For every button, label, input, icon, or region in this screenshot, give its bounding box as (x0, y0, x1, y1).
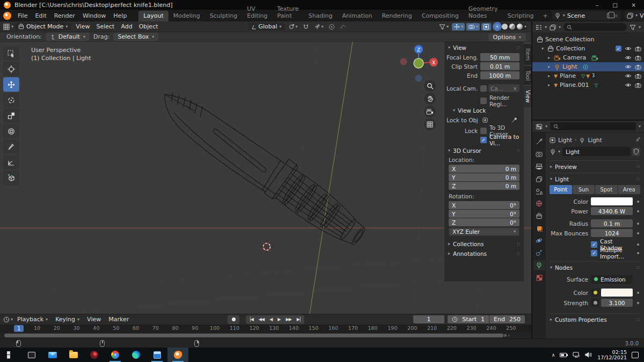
tab-output-icon[interactable] (533, 161, 545, 172)
drag-dropdown[interactable]: Select Box▾ (113, 33, 158, 41)
workspace-tab[interactable]: Rendering (377, 11, 417, 21)
transport-button[interactable]: ▶ (275, 317, 283, 322)
workspace-tab[interactable]: Modeling (169, 11, 205, 21)
annotate-tool[interactable] (3, 139, 19, 154)
value-field[interactable]: 1000 m (480, 71, 519, 79)
close-button[interactable]: × (632, 2, 636, 8)
local-camera-field[interactable]: Ca...× (488, 84, 519, 92)
render-visibility-icon[interactable] (635, 55, 641, 61)
shading-wireframe-icon[interactable] (494, 24, 500, 29)
shading-solid-icon[interactable] (502, 24, 508, 29)
snap-target-dropdown[interactable]: ▾ (312, 23, 325, 31)
collection-checkbox[interactable]: ✓ (616, 46, 621, 51)
breadcrumb-object[interactable]: Light (558, 137, 572, 143)
custom-properties-panel-title[interactable]: Custom Properties (555, 316, 607, 323)
chrome-icon[interactable] (105, 348, 126, 362)
cursor-tool[interactable] (3, 62, 19, 76)
properties-editor-icon[interactable] (536, 123, 543, 130)
properties-search-input[interactable] (550, 122, 636, 130)
light-type-button[interactable]: Area (618, 185, 641, 194)
tab-collection-icon[interactable] (533, 211, 545, 221)
transport-button[interactable]: ▶| (294, 317, 303, 322)
playback-menu[interactable]: Playback (14, 315, 51, 323)
battery-icon[interactable] (560, 352, 568, 358)
mail-app-icon[interactable] (42, 348, 63, 362)
outliner-filter-icon[interactable] (630, 24, 636, 31)
taskbar-clock[interactable]: 02:15 17/12/2021 (597, 350, 627, 360)
light-type-button[interactable]: Point (550, 185, 572, 194)
cursor-rotation-field[interactable]: X0° (449, 201, 519, 209)
tab-texture-icon[interactable] (533, 272, 545, 283)
multiple-importance-checkbox[interactable]: ✓ (591, 250, 597, 256)
timeline-editor-icon[interactable] (3, 316, 10, 323)
volume-icon[interactable] (585, 352, 592, 358)
hide-eye-icon[interactable] (625, 64, 632, 69)
camera-view-button[interactable] (424, 106, 436, 117)
lock-to-object-field[interactable] (480, 116, 519, 124)
add-cube-tool[interactable] (3, 171, 19, 185)
tab-tool-icon[interactable] (533, 137, 545, 147)
xray-toggle[interactable] (481, 23, 491, 31)
viewport-menu-item[interactable]: View (72, 23, 93, 31)
delete-scene-icon[interactable]: × (614, 13, 618, 19)
tab-view-layer-icon[interactable] (533, 174, 545, 184)
emission-strength-field[interactable]: 3.100 (601, 299, 633, 307)
max-bounces-field[interactable]: 1024 (591, 229, 633, 237)
menu-item[interactable]: Edit (31, 11, 50, 20)
menu-item[interactable]: Help (109, 11, 130, 20)
tab-scene-icon[interactable] (533, 186, 545, 196)
viewport-menu-item[interactable]: Add (118, 23, 135, 31)
orientation-dropdown[interactable]: Default▾ (46, 33, 90, 41)
shading-material-icon[interactable] (509, 24, 515, 29)
task-view-button[interactable] (21, 348, 42, 362)
network-icon[interactable] (573, 352, 580, 358)
workspace-tab[interactable]: Geometry Nodes (464, 4, 503, 21)
media-app-icon[interactable] (84, 348, 105, 362)
light-color-swatch[interactable] (591, 197, 633, 205)
workspace-tab[interactable]: Compositing (417, 11, 464, 21)
pan-view-button[interactable] (424, 93, 436, 105)
render-region-checkbox[interactable] (480, 98, 487, 104)
sidebar-tab[interactable]: Tool (524, 66, 531, 85)
preview-panel-title[interactable]: Preview (555, 164, 577, 170)
light-power-field[interactable]: 4340.6 W (591, 207, 633, 215)
blender-taskbar-icon[interactable] (167, 348, 188, 362)
cursor-rotation-field[interactable]: Y0° (449, 210, 519, 218)
cursor-location-field[interactable]: Y0 m (449, 173, 519, 181)
outliner-row-camera[interactable]: ▸ Camera (532, 53, 644, 62)
render-visibility-icon[interactable] (635, 64, 641, 70)
workspace-tab[interactable]: Layout (138, 11, 168, 21)
transport-button[interactable]: ◀ (267, 317, 275, 322)
workspace-tab[interactable]: UV Editing (242, 4, 272, 21)
add-workspace-button[interactable]: + (539, 12, 551, 19)
outliner-row-collection[interactable]: ▾ Collection ✓ (532, 44, 644, 53)
properties-options-icon[interactable]: ▾ (639, 124, 641, 129)
tab-constraints-icon[interactable] (533, 248, 545, 258)
perspective-toggle-button[interactable] (424, 119, 436, 130)
tray-expand-icon[interactable]: ∧ (552, 352, 555, 358)
scene-selector[interactable]: ▾ Scene × (552, 11, 620, 20)
blender-menu-icon[interactable] (3, 12, 11, 20)
rotation-mode-dropdown[interactable]: XYZ Euler▾ (449, 227, 519, 236)
pin-icon[interactable] (634, 137, 640, 144)
workspace-tab[interactable]: Scripting (503, 11, 539, 21)
tab-object-icon[interactable] (533, 223, 545, 233)
tab-physics-icon[interactable] (533, 235, 545, 246)
show-object-types-dropdown[interactable]: ▾ (437, 23, 450, 31)
move-tool[interactable] (3, 77, 19, 92)
workspace-tab[interactable]: Shading (304, 11, 338, 21)
outliner-row-light[interactable]: ▸ Light (532, 62, 644, 71)
datablock-name-field[interactable]: Light (562, 147, 630, 156)
sidebar-tab[interactable]: Item (524, 44, 531, 65)
shading-rendered-icon[interactable] (517, 24, 523, 29)
timeline-view-menu[interactable]: View (84, 315, 104, 323)
render-visibility-icon[interactable] (635, 83, 641, 88)
timeline-ruler[interactable]: 1 10203040506070809010011012013014015016… (0, 324, 531, 333)
viewport-menu-item[interactable]: Object (136, 23, 162, 31)
file-explorer-icon[interactable] (63, 348, 84, 362)
local-camera-checkbox[interactable] (480, 85, 487, 92)
new-scene-icon[interactable] (607, 13, 612, 18)
tab-object-data-icon[interactable] (533, 260, 545, 270)
value-field[interactable]: 50 mm (480, 53, 519, 61)
value-field[interactable]: 0.01 m (480, 62, 519, 70)
